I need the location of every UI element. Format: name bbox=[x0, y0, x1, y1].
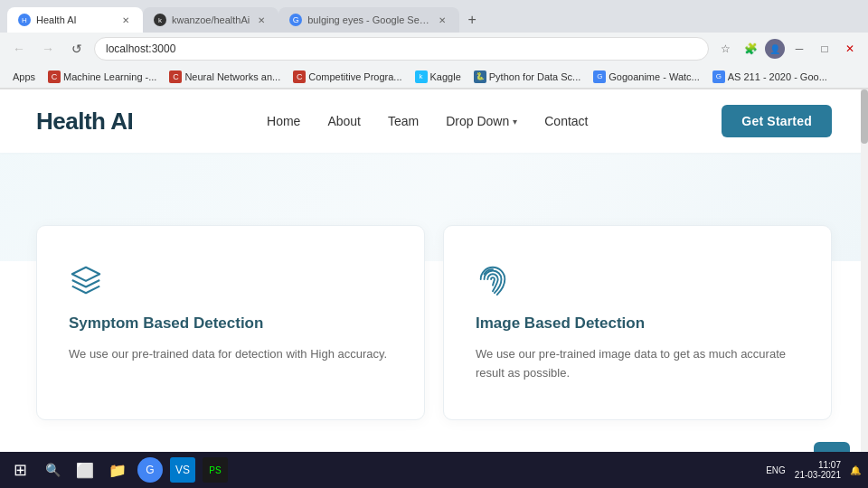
tab-3[interactable]: G bulging eyes - Google Search ✕ bbox=[278, 7, 459, 33]
cp-label: Competitive Progra... bbox=[308, 71, 401, 82]
cp-icon: C bbox=[293, 70, 306, 83]
taskbar-time: 11:07 bbox=[818, 460, 841, 470]
tab-2[interactable]: k kwanzoe/healthAi ✕ bbox=[143, 7, 278, 33]
tab-favicon-1: H bbox=[18, 14, 31, 26]
as211-label: AS 211 - 2020 - Goo... bbox=[728, 71, 827, 82]
tab-bar: H Health AI ✕ k kwanzoe/healthAi ✕ G bul… bbox=[0, 0, 868, 33]
gogo-label: Gogoanime - Watc... bbox=[609, 71, 699, 82]
as211-icon: G bbox=[712, 70, 725, 83]
tab-favicon-2: k bbox=[154, 14, 166, 26]
bookmark-apps[interactable]: Apps bbox=[7, 70, 41, 84]
nn-icon: C bbox=[169, 70, 182, 83]
close-button[interactable]: ✕ bbox=[839, 38, 861, 60]
nav-contact-link[interactable]: Contact bbox=[544, 114, 588, 128]
extensions-icon[interactable]: 🧩 bbox=[740, 38, 761, 60]
nav-links: Home About Team Drop Down ▾ Contact bbox=[267, 113, 588, 129]
nav-team[interactable]: Team bbox=[388, 113, 419, 129]
nn-label: Neural Networks an... bbox=[184, 71, 280, 82]
notification-icon[interactable]: 🔔 bbox=[850, 465, 861, 475]
search-taskbar-button[interactable]: 🔍 bbox=[40, 457, 65, 483]
tab-close-2[interactable]: ✕ bbox=[255, 14, 268, 26]
browser-chrome: H Health AI ✕ k kwanzoe/healthAi ✕ G bul… bbox=[0, 0, 868, 89]
url-input[interactable]: localhost:3000 bbox=[94, 37, 709, 61]
bookmark-star-icon[interactable]: ☆ bbox=[714, 38, 736, 60]
taskbar-clock: 11:07 21-03-2021 bbox=[795, 460, 841, 480]
python-label: Python for Data Sc... bbox=[489, 71, 581, 82]
scrollbar-thumb[interactable] bbox=[861, 89, 868, 144]
terminal-taskbar-icon[interactable]: PS bbox=[203, 457, 228, 483]
chrome-taskbar-icon[interactable]: G bbox=[137, 457, 163, 483]
reload-button[interactable]: ↺ bbox=[65, 37, 89, 61]
nav-dropdown-link[interactable]: Drop Down ▾ bbox=[446, 114, 517, 128]
nav-about[interactable]: About bbox=[327, 113, 361, 129]
apps-label: Apps bbox=[13, 71, 35, 82]
bookmark-cp[interactable]: C Competitive Progra... bbox=[288, 69, 407, 85]
nav-contact[interactable]: Contact bbox=[544, 113, 588, 129]
nav-dropdown[interactable]: Drop Down ▾ bbox=[446, 114, 517, 128]
nav-home[interactable]: Home bbox=[267, 113, 300, 129]
minimize-button[interactable]: ─ bbox=[788, 38, 810, 60]
browser-actions: ☆ 🧩 👤 ─ □ ✕ bbox=[714, 38, 861, 60]
kaggle-icon: k bbox=[415, 70, 428, 83]
taskbar: ⊞ 🔍 ⬜ 📁 G VS PS ENG 11:07 21-03-2021 🔔 bbox=[0, 452, 868, 487]
image-card: Image Based Detection We use our pre-tra… bbox=[443, 225, 832, 420]
taskbar-right: ENG 11:07 21-03-2021 🔔 bbox=[766, 460, 861, 480]
file-explorer-icon[interactable]: 📁 bbox=[105, 457, 130, 483]
kaggle-label: Kaggle bbox=[430, 71, 461, 82]
url-text: localhost:3000 bbox=[106, 42, 175, 55]
tab-active[interactable]: H Health AI ✕ bbox=[7, 7, 143, 33]
nav-team-link[interactable]: Team bbox=[388, 114, 419, 128]
tab-title-2: kwanzoe/healthAi bbox=[172, 14, 250, 25]
website: Health AI Home About Team Drop Down ▾ Co… bbox=[0, 89, 868, 487]
image-card-desc: We use our pre-trained image data to get… bbox=[476, 345, 799, 383]
site-logo: Health AI bbox=[36, 108, 133, 136]
symptom-card: Symptom Based Detection We use our pre-t… bbox=[36, 225, 425, 420]
new-tab-button[interactable]: + bbox=[459, 7, 485, 33]
taskbar-lang: ENG bbox=[766, 465, 786, 475]
nav-home-link[interactable]: Home bbox=[267, 114, 300, 128]
ml-icon: C bbox=[48, 70, 61, 83]
get-started-button[interactable]: Get Started bbox=[722, 105, 832, 137]
tab-title-1: Health AI bbox=[36, 14, 114, 25]
taskbar-start: ⊞ 🔍 ⬜ 📁 G VS PS bbox=[7, 457, 228, 483]
symptom-card-desc: We use our pre-trained data for detectio… bbox=[69, 345, 392, 364]
image-card-title: Image Based Detection bbox=[476, 314, 799, 333]
fingerprint-icon bbox=[476, 262, 799, 296]
tab-title-3: bulging eyes - Google Search bbox=[307, 14, 430, 25]
ml-label: Machine Learning -... bbox=[63, 71, 156, 82]
gogo-icon: G bbox=[593, 70, 606, 83]
bookmark-ml[interactable]: C Machine Learning -... bbox=[42, 69, 162, 85]
start-button[interactable]: ⊞ bbox=[7, 457, 33, 483]
vscode-taskbar-icon[interactable]: VS bbox=[170, 457, 195, 483]
cards-section: Symptom Based Detection We use our pre-t… bbox=[0, 153, 868, 456]
taskbar-date: 21-03-2021 bbox=[795, 470, 841, 480]
address-bar: ← → ↺ localhost:3000 ☆ 🧩 👤 ─ □ ✕ bbox=[0, 33, 868, 65]
task-view-button[interactable]: ⬜ bbox=[72, 457, 98, 483]
bookmark-python[interactable]: 🐍 Python for Data Sc... bbox=[468, 69, 587, 85]
symptom-card-title: Symptom Based Detection bbox=[69, 314, 392, 333]
bookmark-gogo[interactable]: G Gogoanime - Watc... bbox=[588, 69, 704, 85]
python-icon: 🐍 bbox=[474, 70, 486, 83]
maximize-button[interactable]: □ bbox=[814, 38, 835, 60]
bookmark-kaggle[interactable]: k Kaggle bbox=[410, 69, 467, 85]
back-button[interactable]: ← bbox=[7, 37, 31, 61]
bookmarks-bar: Apps C Machine Learning -... C Neural Ne… bbox=[0, 65, 868, 89]
forward-button[interactable]: → bbox=[36, 37, 60, 61]
layers-icon bbox=[69, 262, 392, 296]
dropdown-arrow-icon: ▾ bbox=[513, 117, 517, 127]
tab-close-1[interactable]: ✕ bbox=[119, 14, 132, 26]
tab-favicon-3: G bbox=[289, 14, 302, 26]
navbar: Health AI Home About Team Drop Down ▾ Co… bbox=[0, 89, 868, 153]
nav-about-link[interactable]: About bbox=[327, 114, 361, 128]
bookmark-as211[interactable]: G AS 211 - 2020 - Goo... bbox=[707, 69, 833, 85]
profile-icon[interactable]: 👤 bbox=[765, 39, 785, 59]
tab-close-3[interactable]: ✕ bbox=[436, 14, 448, 26]
bookmark-nn[interactable]: C Neural Networks an... bbox=[164, 69, 286, 85]
nav-dropdown-label: Drop Down bbox=[446, 114, 509, 128]
